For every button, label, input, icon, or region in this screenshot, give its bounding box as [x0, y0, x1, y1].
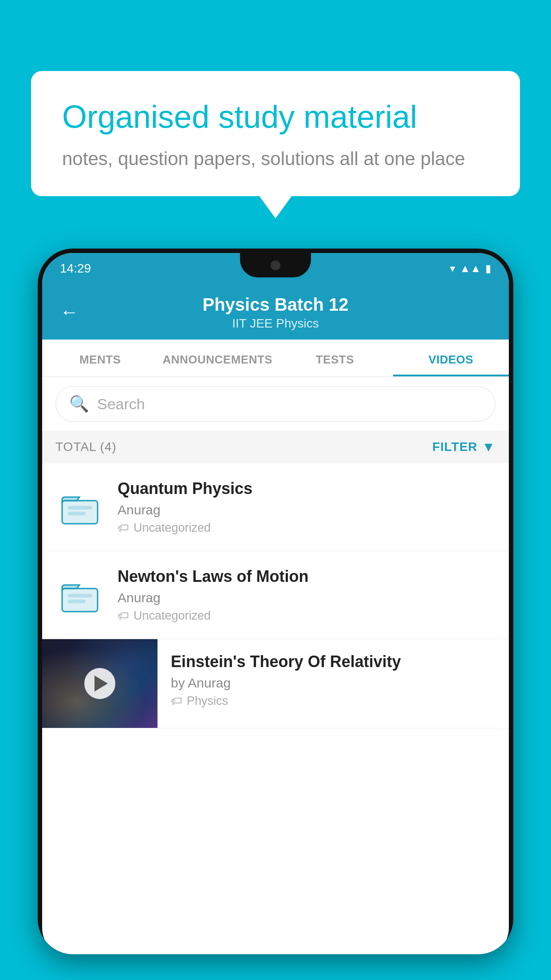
video-title: Einstein's Theory Of Relativity	[171, 652, 496, 671]
video-tag: 🏷 Physics	[171, 694, 496, 708]
list-item[interactable]: Einstein's Theory Of Relativity by Anura…	[42, 639, 509, 728]
status-icons: ▾ ▲▲ ▮	[450, 262, 491, 275]
svg-rect-7	[68, 600, 86, 603]
video-author: Anurag	[118, 502, 496, 518]
tag-label: Physics	[187, 694, 228, 708]
svg-rect-6	[68, 594, 92, 597]
phone-inner: 14:29 ▾ ▲▲ ▮ ← Physics Batch 12 IIT JEE …	[42, 253, 509, 954]
play-icon	[94, 676, 108, 692]
tag-icon: 🏷	[171, 694, 182, 708]
tag-icon: 🏷	[118, 521, 129, 535]
list-item[interactable]: Newton's Laws of Motion Anurag 🏷 Uncateg…	[42, 551, 509, 639]
video-author: Anurag	[118, 590, 496, 605]
search-icon: 🔍	[69, 395, 89, 413]
bubble-subtitle: notes, question papers, solutions all at…	[62, 148, 489, 170]
speech-bubble-container: Organised study material notes, question…	[31, 71, 520, 196]
tag-label: Uncategorized	[134, 521, 211, 535]
filter-button[interactable]: FILTER ▼	[432, 439, 496, 454]
total-label: TOTAL (4)	[55, 440, 117, 454]
video-title: Quantum Physics	[118, 479, 496, 498]
phone-frame: 14:29 ▾ ▲▲ ▮ ← Physics Batch 12 IIT JEE …	[38, 249, 513, 954]
tag-label: Uncategorized	[134, 609, 211, 623]
wifi-icon: ▾	[450, 262, 455, 275]
play-button[interactable]	[84, 668, 115, 699]
tab-ments[interactable]: MENTS	[42, 340, 158, 376]
tab-announcements[interactable]: ANNOUNCEMENTS	[158, 340, 277, 376]
speech-bubble: Organised study material notes, question…	[31, 71, 520, 196]
back-button[interactable]: ←	[60, 301, 79, 323]
video-info: Einstein's Theory Of Relativity by Anura…	[157, 639, 509, 721]
filter-label: FILTER	[432, 440, 477, 454]
app-header: ← Physics Batch 12 IIT JEE Physics	[42, 284, 509, 340]
video-tag: 🏷 Uncategorized	[118, 521, 496, 535]
status-bar: 14:29 ▾ ▲▲ ▮	[42, 253, 509, 284]
video-thumbnail	[42, 639, 157, 728]
tab-tests[interactable]: TESTS	[277, 340, 393, 376]
folder-icon	[60, 575, 100, 615]
folder-icon-wrap	[55, 571, 104, 620]
svg-rect-2	[68, 506, 92, 510]
tabs-bar: MENTS ANNOUNCEMENTS TESTS VIDEOS	[42, 340, 509, 377]
tag-icon: 🏷	[118, 609, 129, 623]
tab-videos[interactable]: VIDEOS	[393, 340, 509, 376]
search-placeholder: Search	[97, 395, 145, 413]
status-time: 14:29	[60, 261, 91, 276]
list-item[interactable]: Quantum Physics Anurag 🏷 Uncategorized	[42, 463, 509, 551]
bubble-title: Organised study material	[62, 98, 489, 136]
folder-icon-wrap	[55, 483, 104, 532]
video-info: Newton's Laws of Motion Anurag 🏷 Uncateg…	[118, 567, 496, 623]
signal-icon: ▲▲	[460, 262, 481, 275]
folder-icon	[60, 487, 100, 527]
filter-icon: ▼	[482, 439, 496, 454]
video-tag: 🏷 Uncategorized	[118, 609, 496, 623]
video-list: Quantum Physics Anurag 🏷 Uncategorized	[42, 463, 509, 728]
search-box[interactable]: 🔍 Search	[55, 386, 496, 422]
notch	[240, 253, 311, 277]
video-title: Newton's Laws of Motion	[118, 567, 496, 586]
search-container: 🔍 Search	[42, 377, 509, 431]
header-title: Physics Batch 12	[60, 295, 491, 315]
battery-icon: ▮	[485, 262, 491, 275]
svg-rect-3	[68, 512, 86, 515]
video-info: Quantum Physics Anurag 🏷 Uncategorized	[118, 479, 496, 535]
filter-bar: TOTAL (4) FILTER ▼	[42, 431, 509, 463]
video-author: by Anurag	[171, 676, 496, 691]
camera-dot	[271, 261, 280, 270]
header-subtitle: IIT JEE Physics	[60, 316, 491, 331]
